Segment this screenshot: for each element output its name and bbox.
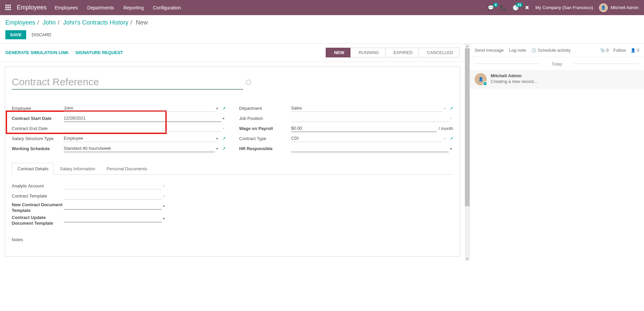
topbar: Employees Employees Departments Reportin… — [0, 0, 644, 15]
label-employee: Employee — [12, 106, 64, 111]
signature-request-link[interactable]: SIGNATURE REQUEST — [75, 50, 123, 55]
breadcrumb-current: New — [136, 19, 148, 26]
stage-running[interactable]: RUNNING — [351, 48, 385, 57]
wage-on-payroll-field[interactable] — [291, 125, 437, 132]
contract-end-date-field[interactable] — [64, 125, 221, 132]
nav-employees[interactable]: Employees — [55, 5, 78, 10]
chevron-down-icon[interactable]: ▾ — [221, 117, 226, 120]
tab-personal-documents[interactable]: Personal Documents — [101, 163, 153, 174]
user-menu[interactable]: 👤 Mitchell Admin — [599, 3, 639, 12]
external-link-icon[interactable]: ↗ — [222, 106, 226, 111]
user-icon — [631, 48, 636, 53]
company-selector[interactable]: My Company (San Francisco) — [535, 5, 593, 10]
analytic-account-field[interactable] — [64, 182, 162, 189]
chevron-down-icon[interactable]: ▾ — [449, 117, 453, 120]
employee-field[interactable] — [64, 104, 215, 112]
chevron-down-icon[interactable]: ▾ — [449, 147, 453, 150]
clock-icon — [531, 48, 538, 53]
scroll-down-icon[interactable]: ▼ — [465, 257, 470, 261]
kanban-state-icon[interactable] — [246, 80, 251, 85]
chevron-down-icon[interactable]: ▾ — [162, 184, 166, 188]
chevron-down-icon[interactable]: ▾ — [162, 204, 166, 208]
stage-cancelled[interactable]: CANCELLED — [419, 48, 460, 57]
breadcrumb-employees[interactable]: Employees — [5, 19, 35, 26]
app-brand[interactable]: Employees — [17, 4, 47, 11]
avatar-icon: 👤✈ — [475, 73, 487, 85]
chatter-message: 👤✈ Mitchell Admin Creating a new record.… — [470, 70, 644, 89]
tab-salary-information[interactable]: Salary Information — [54, 163, 101, 174]
scrollbar-thumb[interactable] — [465, 48, 470, 206]
label-contract-update-doc-template: Contract Update Document Template — [12, 215, 64, 226]
chevron-down-icon[interactable]: ▾ — [442, 137, 447, 140]
label-notes: Notes — [12, 237, 453, 242]
form-actions: SAVE DISCARD — [0, 29, 644, 43]
attachments-count[interactable]: 0 — [600, 48, 609, 53]
department-field[interactable] — [291, 104, 442, 112]
followers-count[interactable]: 0 — [631, 48, 639, 53]
chatter-panel: Send message Log note Schedule activity … — [470, 44, 644, 261]
chevron-down-icon[interactable]: ▾ — [221, 127, 226, 130]
activities-icon[interactable]: 🕓41 — [513, 5, 519, 11]
chevron-down-icon[interactable]: ▾ — [162, 217, 166, 220]
save-button[interactable]: SAVE — [5, 30, 26, 39]
message-text: Creating a new record... — [491, 79, 537, 84]
new-contract-doc-template-field[interactable] — [64, 202, 162, 210]
left-field-column: Employee ▾ ↗ Contract Start Date ▾ Contr… — [12, 103, 226, 153]
breadcrumb-john[interactable]: John — [43, 19, 56, 26]
label-new-contract-doc-template: New Contract Document Template — [12, 202, 64, 214]
contract-start-date-field[interactable] — [64, 115, 221, 122]
chevron-down-icon[interactable]: ▾ — [215, 137, 219, 140]
external-link-icon[interactable]: ↗ — [222, 136, 226, 141]
nav-configuration[interactable]: Configuration — [153, 5, 181, 10]
discard-button[interactable]: DISCARD — [30, 30, 53, 39]
label-department: Department — [239, 106, 291, 111]
label-salary-structure-type: Salary Structure Type — [12, 136, 64, 141]
nav-departments[interactable]: Departments — [87, 5, 114, 10]
tab-content-contract-details: Analytic Account ▾ Contract Template ▾ N… — [12, 175, 453, 248]
user-name: Mitchell Admin — [610, 5, 639, 10]
breadcrumb-contracts-history[interactable]: John's Contracts History — [63, 19, 128, 26]
scroll-up-icon[interactable]: ▲ — [465, 44, 470, 48]
external-link-icon[interactable]: ↗ — [449, 106, 453, 111]
send-message-button[interactable]: Send message — [475, 48, 504, 53]
right-field-column: Department ▾ ↗ Job Position ▾ Wage on Pa… — [239, 103, 453, 153]
external-link-icon[interactable]: ↗ — [222, 146, 226, 151]
wage-unit: / month — [439, 126, 453, 131]
phone-icon[interactable]: 📞 — [500, 5, 506, 11]
chatter-date-separator: Today — [470, 57, 644, 70]
hr-responsible-field[interactable] — [291, 145, 449, 152]
log-note-button[interactable]: Log note — [509, 48, 526, 53]
label-contract-template: Contract Template — [12, 193, 64, 198]
chevron-down-icon[interactable]: ▾ — [442, 106, 447, 110]
generate-simulation-link[interactable]: GENERATE SIMULATION LINK — [5, 50, 69, 55]
schedule-activity-button[interactable]: Schedule activity — [531, 48, 571, 53]
chevron-down-icon[interactable]: ▾ — [162, 194, 166, 198]
contract-template-field[interactable] — [64, 192, 162, 199]
messages-badge: 4 — [493, 3, 498, 7]
stage-expired[interactable]: EXPIRED — [385, 48, 419, 57]
contract-update-doc-template-field[interactable] — [64, 215, 162, 222]
working-schedule-field[interactable] — [64, 145, 215, 152]
tab-contract-details[interactable]: Contract Details — [12, 163, 54, 175]
contract-reference-input[interactable] — [12, 75, 243, 90]
stage-new[interactable]: NEW — [326, 48, 351, 57]
settings-icon[interactable]: ✖ — [525, 5, 529, 11]
follow-button[interactable]: Follow — [613, 48, 626, 53]
label-working-schedule: Working Schedule — [12, 146, 64, 151]
label-wage-on-payroll: Wage on Payroll — [239, 126, 291, 131]
chevron-down-icon[interactable]: ▾ — [215, 106, 219, 110]
external-link-icon[interactable]: ↗ — [449, 136, 453, 141]
avatar-icon: 👤 — [599, 3, 608, 12]
chevron-down-icon[interactable]: ▾ — [215, 147, 219, 150]
contract-type-field[interactable] — [291, 135, 442, 142]
nav-reporting[interactable]: Reporting — [123, 5, 144, 10]
breadcrumb: Employees/ John/ John's Contracts Histor… — [5, 19, 639, 26]
vertical-scrollbar[interactable]: ▲ ▼ — [465, 44, 470, 261]
job-position-field[interactable] — [291, 115, 449, 122]
apps-icon[interactable] — [5, 5, 11, 11]
activities-badge: 41 — [516, 3, 523, 7]
form-tabs: Contract Details Salary Information Pers… — [12, 163, 453, 175]
messages-icon[interactable]: 💬4 — [488, 5, 494, 11]
presence-icon: ✈ — [483, 81, 487, 86]
salary-structure-type-field[interactable] — [64, 135, 215, 142]
